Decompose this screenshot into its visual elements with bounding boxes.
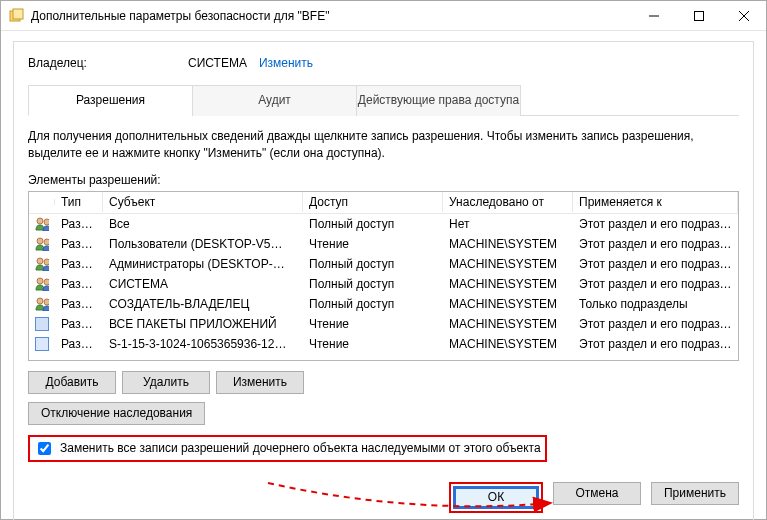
cell-type: Разр… xyxy=(55,215,103,233)
cell-inherited: MACHINE\SYSTEM xyxy=(443,295,573,313)
col-type[interactable]: Тип xyxy=(55,192,103,212)
cell-applies: Этот раздел и его подразделы xyxy=(573,235,738,253)
window-icon xyxy=(9,8,25,24)
tab-audit[interactable]: Аудит xyxy=(192,85,357,116)
row-buttons: Добавить Удалить Изменить xyxy=(28,371,739,394)
close-button[interactable] xyxy=(721,1,766,30)
permissions-list[interactable]: Тип Субъект Доступ Унаследовано от Приме… xyxy=(28,191,739,361)
cell-type: Разр… xyxy=(55,255,103,273)
cell-type: Разр… xyxy=(55,295,103,313)
cell-applies: Этот раздел и его подразделы xyxy=(573,255,738,273)
main-panel: Владелец: СИСТЕМА Изменить Разрешения Ау… xyxy=(13,41,754,520)
table-row[interactable]: Разр…Пользователи (DESKTOP-V5…ЧтениеMACH… xyxy=(29,234,738,254)
owner-change-link[interactable]: Изменить xyxy=(259,56,313,70)
cell-subject: Все xyxy=(103,215,303,233)
row-icon xyxy=(29,275,55,293)
cell-subject: Администраторы (DESKTOP-… xyxy=(103,255,303,273)
row-icon xyxy=(29,315,55,333)
cell-inherited: Нет xyxy=(443,215,573,233)
cell-applies: Только подразделы xyxy=(573,295,738,313)
svg-point-6 xyxy=(37,218,43,224)
cell-applies: Этот раздел и его подразделы xyxy=(573,335,738,353)
row-icon xyxy=(29,295,55,313)
cell-subject: ВСЕ ПАКЕТЫ ПРИЛОЖЕНИЙ xyxy=(103,315,303,333)
add-button[interactable]: Добавить xyxy=(28,371,116,394)
col-icon[interactable] xyxy=(29,199,55,205)
table-row[interactable]: Разр…СИСТЕМАПолный доступMACHINE\SYSTEMЭ… xyxy=(29,274,738,294)
svg-rect-3 xyxy=(694,11,703,20)
cell-applies: Этот раздел и его подразделы xyxy=(573,275,738,293)
owner-row: Владелец: СИСТЕМА Изменить xyxy=(28,56,739,70)
col-access[interactable]: Доступ xyxy=(303,192,443,212)
svg-point-15 xyxy=(44,299,49,305)
description-text: Для получения дополнительных сведений дв… xyxy=(28,128,739,163)
svg-point-8 xyxy=(37,238,43,244)
row-icon xyxy=(29,255,55,273)
owner-label: Владелец: xyxy=(28,56,188,70)
dialog-buttons: ОК Отмена Применить xyxy=(28,482,739,513)
titlebar: Дополнительные параметры безопасности дл… xyxy=(1,1,766,31)
cell-inherited: MACHINE\SYSTEM xyxy=(443,235,573,253)
svg-point-14 xyxy=(37,298,43,304)
security-window: Дополнительные параметры безопасности дл… xyxy=(0,0,767,520)
row-icon xyxy=(29,215,55,233)
owner-value: СИСТЕМА xyxy=(188,56,247,70)
list-label: Элементы разрешений: xyxy=(28,173,739,187)
tab-permissions[interactable]: Разрешения xyxy=(28,85,193,116)
cell-type: Разр… xyxy=(55,315,103,333)
replace-child-checkbox[interactable] xyxy=(38,442,51,455)
svg-point-9 xyxy=(44,239,49,245)
cell-applies: Этот раздел и его подразделы xyxy=(573,315,738,333)
tab-effective-access[interactable]: Действующие права доступа xyxy=(356,85,521,116)
cell-access: Чтение xyxy=(303,235,443,253)
cancel-button[interactable]: Отмена xyxy=(553,482,641,505)
table-row[interactable]: Разр…ВсеПолный доступНетЭтот раздел и ег… xyxy=(29,214,738,234)
svg-point-11 xyxy=(44,259,49,265)
table-row[interactable]: Разр…Администраторы (DESKTOP-…Полный дос… xyxy=(29,254,738,274)
cell-access: Чтение xyxy=(303,335,443,353)
replace-child-label: Заменить все записи разрешений дочернего… xyxy=(60,441,541,455)
list-header: Тип Субъект Доступ Унаследовано от Приме… xyxy=(29,192,738,214)
col-subject[interactable]: Субъект xyxy=(103,192,303,212)
ok-button[interactable]: ОК xyxy=(455,488,537,507)
table-row[interactable]: Разр…S-1-15-3-1024-1065365936-12…ЧтениеM… xyxy=(29,334,738,354)
cell-type: Разр… xyxy=(55,335,103,353)
highlight-box: Заменить все записи разрешений дочернего… xyxy=(28,435,547,462)
rows-container: Разр…ВсеПолный доступНетЭтот раздел и ег… xyxy=(29,214,738,354)
edit-button[interactable]: Изменить xyxy=(216,371,304,394)
svg-point-7 xyxy=(44,219,49,225)
cell-inherited: MACHINE\SYSTEM xyxy=(443,275,573,293)
row-icon xyxy=(29,235,55,253)
apply-button[interactable]: Применить xyxy=(651,482,739,505)
col-inherited[interactable]: Унаследовано от xyxy=(443,192,573,212)
cell-subject: Пользователи (DESKTOP-V5… xyxy=(103,235,303,253)
maximize-button[interactable] xyxy=(676,1,721,30)
ok-highlight: ОК xyxy=(449,482,543,513)
replace-child-row: Заменить все записи разрешений дочернего… xyxy=(28,435,739,462)
disable-inheritance-row: Отключение наследования xyxy=(28,402,739,425)
col-applies[interactable]: Применяется к xyxy=(573,192,738,212)
table-row[interactable]: Разр…СОЗДАТЕЛЬ-ВЛАДЕЛЕЦПолный доступMACH… xyxy=(29,294,738,314)
svg-point-10 xyxy=(37,258,43,264)
table-row[interactable]: Разр…ВСЕ ПАКЕТЫ ПРИЛОЖЕНИЙЧтениеMACHINE\… xyxy=(29,314,738,334)
minimize-button[interactable] xyxy=(631,1,676,30)
content: Владелец: СИСТЕМА Изменить Разрешения Ау… xyxy=(1,31,766,520)
cell-access: Чтение xyxy=(303,315,443,333)
svg-point-12 xyxy=(37,278,43,284)
cell-subject: СИСТЕМА xyxy=(103,275,303,293)
cell-access: Полный доступ xyxy=(303,255,443,273)
cell-access: Полный доступ xyxy=(303,275,443,293)
tab-strip: Разрешения Аудит Действующие права досту… xyxy=(28,84,739,116)
svg-rect-1 xyxy=(13,9,23,19)
cell-subject: S-1-15-3-1024-1065365936-12… xyxy=(103,335,303,353)
disable-inheritance-button[interactable]: Отключение наследования xyxy=(28,402,205,425)
cell-applies: Этот раздел и его подразделы xyxy=(573,215,738,233)
remove-button[interactable]: Удалить xyxy=(122,371,210,394)
cell-inherited: MACHINE\SYSTEM xyxy=(443,335,573,353)
cell-subject: СОЗДАТЕЛЬ-ВЛАДЕЛЕЦ xyxy=(103,295,303,313)
cell-type: Разр… xyxy=(55,235,103,253)
window-title: Дополнительные параметры безопасности дл… xyxy=(31,9,631,23)
row-icon xyxy=(29,335,55,353)
cell-type: Разр… xyxy=(55,275,103,293)
cell-inherited: MACHINE\SYSTEM xyxy=(443,315,573,333)
